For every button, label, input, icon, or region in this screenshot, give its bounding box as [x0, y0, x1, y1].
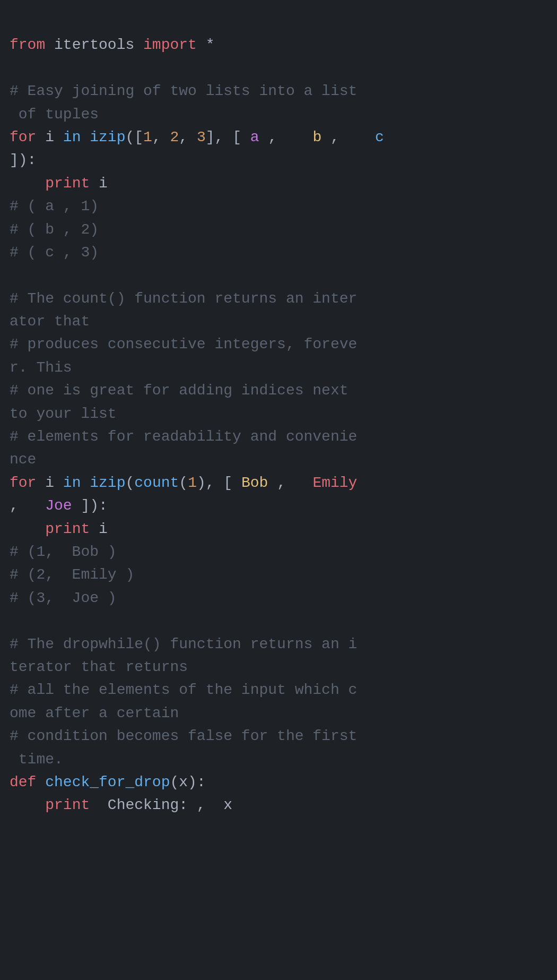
line-3: # Easy joining of two lists into a list … [10, 83, 357, 122]
line-1: from itertools import * [10, 37, 215, 53]
line-17: # (2, Emily ) [10, 566, 134, 583]
line-10: # The count() function returns an inter … [10, 290, 357, 330]
code-editor: from itertools import * # Easy joining o… [10, 11, 547, 817]
line-22: # condition becomes false for the first … [10, 728, 357, 767]
line-7: # ( b , 2) [10, 221, 99, 238]
line-11: # produces consecutive integers, foreve … [10, 336, 357, 375]
line-4: for i in izip([1, 2, 3], [ a , b , c ]): [10, 129, 384, 168]
line-15: print i [10, 521, 108, 537]
line-20: # The dropwhile() function returns an i … [10, 636, 357, 675]
line-18: # (3, Joe ) [10, 590, 117, 606]
line-5: print i [10, 175, 108, 192]
line-24: print Checking: , x [10, 797, 232, 813]
line-8: # ( c , 3) [10, 244, 99, 261]
line-21: # all the elements of the input which c … [10, 682, 357, 721]
line-14: for i in izip(count(1), [ Bob , Emily , … [10, 475, 357, 514]
line-23: def check_for_drop(x): [10, 774, 206, 790]
line-13: # elements for readability and convenie … [10, 428, 357, 468]
line-6: # ( a , 1) [10, 198, 99, 214]
line-12: # one is great for adding indices next t… [10, 382, 349, 422]
line-16: # (1, Bob ) [10, 544, 117, 560]
